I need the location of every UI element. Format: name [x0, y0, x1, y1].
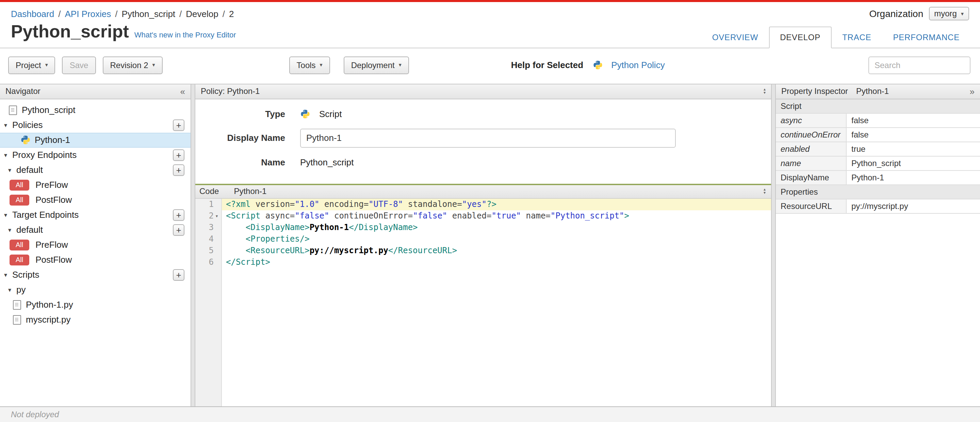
property-value[interactable]: Python_script — [846, 156, 980, 170]
code-token: encoding= — [324, 199, 369, 209]
property-row-script: Script — [776, 99, 980, 113]
property-name: name — [776, 156, 846, 170]
flow-condition-badge: All — [10, 194, 29, 205]
property-row-resourceurl: ResourceURLpy://myscript.py — [776, 199, 980, 213]
code-token: py://myscript.py — [310, 245, 388, 255]
organization-label: Organization — [869, 8, 924, 19]
code-token — [226, 234, 246, 243]
add-button[interactable]: + — [173, 164, 185, 175]
nav-item-label: Python-1 — [35, 135, 70, 145]
code-token: </Script> — [226, 257, 270, 266]
tab-performance[interactable]: PERFORMANCE — [882, 26, 971, 48]
breadcrumb-item-dashboard[interactable]: Dashboard — [11, 8, 54, 19]
nav-item-python-script[interactable]: Python_script — [0, 102, 191, 118]
nav-item-label: default — [16, 225, 43, 235]
revision-menu-label: Revision 2 — [110, 60, 148, 70]
revision-menu-button[interactable]: Revision 2 ▾ — [102, 56, 162, 74]
python-policy-help-link[interactable]: Python Policy — [593, 60, 665, 70]
code-token — [320, 199, 324, 209]
nav-item-postflow[interactable]: AllPostFlow — [0, 192, 191, 207]
display-name-input[interactable] — [300, 128, 676, 147]
breadcrumb-item-api-proxies[interactable]: API Proxies — [65, 8, 111, 19]
collapse-right-icon[interactable]: » — [970, 87, 975, 96]
property-name: ResourceURL — [776, 199, 846, 213]
nav-item-label: Scripts — [12, 269, 39, 280]
code-token: async= — [266, 211, 295, 220]
deployment-menu-button[interactable]: Deployment ▾ — [344, 56, 409, 74]
gutter-line-1: 1 — [195, 198, 221, 210]
nav-item-label: PostFlow — [35, 255, 72, 265]
code-editor[interactable]: 12▾3456 <?xml version="1.0" encoding="UT… — [195, 198, 771, 406]
nav-item-python-1-py[interactable]: Python-1.py — [0, 297, 191, 312]
panel-resize-icon[interactable]: ▴ ▾ — [764, 88, 765, 95]
property-value[interactable]: Python-1 — [846, 170, 980, 184]
python-icon — [593, 60, 603, 70]
code-token: ?> — [487, 199, 496, 209]
file-icon — [13, 315, 21, 324]
property-value[interactable]: py://myscript.py — [846, 199, 980, 213]
save-button[interactable]: Save — [62, 56, 96, 74]
nav-item-py[interactable]: ▾py — [0, 282, 191, 297]
breadcrumb-item-develop: Develop — [186, 8, 218, 19]
name-label: Name — [195, 157, 285, 167]
add-button[interactable]: + — [173, 209, 185, 221]
gutter-line-3: 3 — [195, 221, 221, 233]
nav-item-postflow[interactable]: AllPostFlow — [0, 252, 191, 267]
gutter-line-2: 2▾ — [195, 210, 221, 221]
search-input[interactable] — [869, 56, 970, 74]
code-token: "false" — [413, 211, 447, 220]
line-number: 6 — [195, 256, 214, 268]
organization-area: Organization myorg ▾ — [869, 7, 969, 21]
organization-value: myorg — [934, 9, 957, 18]
nav-item-default[interactable]: ▾default+ — [0, 162, 191, 177]
nav-item-preflow[interactable]: AllPreFlow — [0, 177, 191, 192]
property-name: enabled — [776, 142, 846, 156]
add-button[interactable]: + — [173, 224, 185, 236]
fold-toggle-icon[interactable]: ▾ — [214, 210, 220, 221]
add-button[interactable]: + — [173, 119, 185, 131]
tab-trace[interactable]: TRACE — [831, 26, 882, 48]
property-value[interactable]: false — [846, 113, 980, 127]
property-value[interactable]: true — [846, 142, 980, 156]
nav-item-preflow[interactable]: AllPreFlow — [0, 237, 191, 252]
panel-resize-icon[interactable]: ▴ ▾ — [764, 188, 765, 195]
chevron-down-icon: ▾ — [961, 11, 964, 17]
help-for-selected-label: Help for Selected — [511, 60, 583, 70]
navigator-splitter[interactable] — [191, 84, 195, 406]
nav-item-myscript-py[interactable]: myscript.py — [0, 312, 191, 327]
navigator-title: Navigator — [5, 86, 40, 96]
app-root: Dashboard/API Proxies/Python_script/Deve… — [0, 0, 980, 422]
code-token: <ResourceURL> — [246, 245, 310, 255]
policy-panel-header: Policy: Python-1 ▴ ▾ — [195, 84, 771, 99]
property-row-async: asyncfalse — [776, 113, 980, 127]
property-value[interactable]: false — [846, 127, 980, 141]
organization-select[interactable]: myorg ▾ — [929, 7, 969, 21]
nav-item-default[interactable]: ▾default+ — [0, 222, 191, 237]
tools-menu-button[interactable]: Tools ▾ — [289, 56, 330, 74]
nav-item-scripts[interactable]: ▾Scripts+ — [0, 267, 191, 282]
add-button[interactable]: + — [173, 149, 185, 161]
add-button[interactable]: + — [173, 269, 185, 280]
line-number: 1 — [195, 198, 214, 210]
nav-item-label: Policies — [12, 120, 43, 130]
nav-item-python-1[interactable]: Python-1 — [0, 132, 191, 147]
project-menu-button[interactable]: Project ▾ — [8, 56, 56, 74]
collapse-left-icon[interactable]: « — [180, 87, 185, 96]
nav-item-target-endpoints[interactable]: ▾Target Endpoints+ — [0, 207, 191, 222]
tab-overview[interactable]: OVERVIEW — [701, 26, 769, 48]
code-header: Code Python-1 ▴ ▾ — [195, 185, 771, 198]
property-name: async — [776, 113, 846, 127]
breadcrumb-separator: / — [179, 8, 182, 19]
policy-panel-title: Policy: Python-1 — [201, 86, 259, 96]
chevron-down-icon: ▾ — [4, 121, 12, 128]
tab-develop[interactable]: DEVELOP — [769, 26, 831, 48]
line-number: 3 — [195, 221, 214, 233]
nav-item-policies[interactable]: ▾Policies+ — [0, 118, 191, 132]
nav-item-proxy-endpoints[interactable]: ▾Proxy Endpoints+ — [0, 147, 191, 162]
property-inspector-title: Property Inspector — [781, 86, 848, 96]
inspector-splitter[interactable] — [771, 84, 776, 406]
whats-new-link[interactable]: What's new in the Proxy Editor — [134, 30, 236, 39]
code-token: "yes" — [462, 199, 487, 209]
code-token — [521, 211, 526, 220]
title-block: Python_script What's new in the Proxy Ed… — [11, 22, 236, 47]
